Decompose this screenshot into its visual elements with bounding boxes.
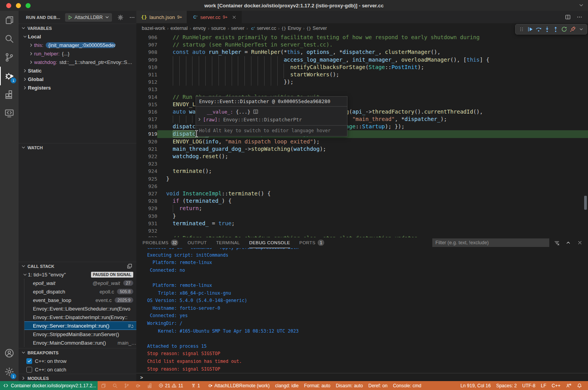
line-number[interactable]: 911 <box>136 71 157 78</box>
eol-status[interactable]: LF <box>538 381 549 390</box>
line-number[interactable]: 919 <box>136 130 157 138</box>
activity-extensions-icon[interactable] <box>0 85 19 104</box>
line-number[interactable]: 922 <box>136 153 157 160</box>
line-number[interactable]: 927 <box>136 190 157 197</box>
disasm-status[interactable]: Disasm: auto <box>333 381 366 390</box>
more-actions-icon[interactable] <box>129 14 135 21</box>
indentation-status[interactable]: Spaces: 2 <box>493 381 519 390</box>
activity-account-icon[interactable] <box>0 344 19 362</box>
panel-tab-terminal[interactable]: TERMINAL <box>216 237 240 248</box>
stack-frame[interactable]: Envoy::Server::InstanceImpl::run() <box>24 321 136 330</box>
chevron-down-icon[interactable] <box>578 2 584 8</box>
bell-icon[interactable] <box>574 381 585 390</box>
console-mode-status[interactable]: Console: cmd <box>390 381 424 390</box>
line-number[interactable]: 917 <box>136 116 157 123</box>
hover-raw-row[interactable]: [raw]: Envoy::Event::DispatcherPtr <box>196 116 347 123</box>
breakpoint-row[interactable]: C++: on catch <box>19 365 136 374</box>
clangd-status[interactable]: clangd: idle <box>272 381 301 390</box>
debug-configuration-select[interactable]: AttachLLDBR <box>65 13 112 22</box>
line-number[interactable]: 929 <box>136 205 157 212</box>
code-line-927[interactable]: 927 void InstanceImpl::terminate() { <box>136 190 588 197</box>
breadcrumb-item[interactable]: C+server.cc <box>250 26 276 31</box>
language-status[interactable]: C++ <box>549 381 563 390</box>
chevron-down-icon[interactable] <box>577 25 585 34</box>
breakpoint-row[interactable]: C++: on throw <box>19 357 136 365</box>
line-number[interactable]: 925 <box>136 175 157 183</box>
console-prompt[interactable]: > <box>140 374 143 381</box>
code-line-913[interactable]: 913 <box>136 86 588 93</box>
variable-row[interactable]: Static <box>19 66 136 75</box>
line-number[interactable]: 912 <box>136 78 157 86</box>
breakpoint-checkbox[interactable] <box>26 358 32 364</box>
ghost-extensions-icon[interactable] <box>144 381 156 390</box>
breadcrumb-item[interactable]: external <box>170 26 187 31</box>
maximize-panel-icon[interactable] <box>564 238 573 247</box>
activity-remote-icon[interactable] <box>0 104 19 123</box>
line-number[interactable]: 920 <box>136 138 157 145</box>
code-line-921[interactable]: 921 main_thread_guard_dog_->stopWatching… <box>136 145 588 153</box>
tab-server-cc[interactable]: C+ server.cc 9+ <box>187 11 242 23</box>
clear-console-icon[interactable] <box>552 238 561 247</box>
debug-config-status[interactable]: AttachLLDBRemote (work) <box>205 381 273 390</box>
line-number[interactable]: 918 <box>136 123 157 130</box>
code-line-925[interactable]: 925 } <box>136 175 588 183</box>
restart-button[interactable] <box>560 25 568 34</box>
thread-row[interactable]: 1: tid=15 "envoy" PAUSED ON SIGNAL <box>19 270 136 279</box>
hover-value-row[interactable]: __value_: {...} 0110 <box>196 108 347 116</box>
line-number[interactable]: 924 <box>136 167 157 175</box>
section-header-breakpoints[interactable]: BREAKPOINTS <box>19 348 136 357</box>
code-line-909[interactable]: 909 access_log_manager_, init_manager_, … <box>136 56 588 64</box>
stack-frame[interactable]: event_base_loopevent.c2025:9 <box>24 296 136 304</box>
line-number[interactable]: 915 <box>136 101 157 108</box>
line-number[interactable]: 906 <box>136 34 157 41</box>
continue-button[interactable] <box>526 25 534 34</box>
code-line-930[interactable]: 930 } <box>136 212 588 220</box>
code-line-932[interactable]: 932 <box>136 227 588 235</box>
line-number[interactable]: 931 <box>136 220 157 227</box>
debug-console[interactable]: console is on -commands 'Apply prefix ex… <box>136 248 588 381</box>
section-header-watch[interactable]: WATCH <box>19 143 136 152</box>
variable-row[interactable]: Global <box>19 75 136 83</box>
step-out-button[interactable] <box>551 25 560 34</box>
binary-icon[interactable]: 0110 <box>253 109 258 114</box>
line-number[interactable]: 916 <box>136 108 157 116</box>
panel-tab-ports[interactable]: PORTS 1 <box>299 237 324 248</box>
ghost-source-control-icon[interactable] <box>121 381 132 390</box>
line-number[interactable]: 932 <box>136 227 157 235</box>
variable-row[interactable]: Local <box>19 32 136 41</box>
code-line-923[interactable]: 923 <box>136 160 588 167</box>
disconnect-button[interactable] <box>568 25 577 34</box>
close-icon[interactable] <box>232 15 237 20</box>
breadcrumb-item[interactable]: {}Server <box>306 26 327 31</box>
line-number[interactable]: 930 <box>136 212 157 220</box>
activity-files-icon[interactable] <box>0 11 19 29</box>
variable-row[interactable]: Registers <box>19 83 136 92</box>
section-header-call-stack[interactable]: CALL STACK <box>19 262 136 270</box>
line-number[interactable]: 921 <box>136 145 157 153</box>
step-over-button[interactable] <box>534 25 543 34</box>
line-number[interactable]: 928 <box>136 197 157 205</box>
ghost-files-icon[interactable] <box>98 381 109 390</box>
line-number[interactable]: 907 <box>136 41 157 48</box>
stack-frame[interactable]: epoll_wait@epoll_wait27 <box>24 279 136 287</box>
console-filter-input[interactable] <box>432 238 549 247</box>
code-line-929[interactable]: 929 return; <box>136 205 588 212</box>
code-line-912[interactable]: 912 }); <box>136 78 588 86</box>
gear-icon[interactable] <box>117 14 124 21</box>
variable-row[interactable]: watchdog:std::__1::shared_ptr<Envoy::S… <box>19 58 136 66</box>
toolbar-grip[interactable] <box>517 25 526 34</box>
breadcrumb-item[interactable]: source <box>211 26 226 31</box>
code-line-907[interactable]: 907 // startup (see RunHelperTest in ser… <box>136 41 588 48</box>
activity-debug-icon[interactable]: 1 <box>0 67 19 85</box>
line-number[interactable]: 933 <box>136 235 157 237</box>
cursor-position-status[interactable]: Ln 919, Col 16 <box>458 381 493 390</box>
feedback-icon[interactable] <box>563 381 574 390</box>
line-number[interactable]: 909 <box>136 56 157 64</box>
scrollbar-thumb[interactable] <box>584 196 587 210</box>
code-line-906[interactable]: 906 // RunHelper exists primarily to fac… <box>136 34 588 41</box>
problems-status[interactable]: 21 11 <box>156 381 186 390</box>
breadcrumb-item[interactable]: bazel-work <box>142 26 165 31</box>
breadcrumb-item[interactable]: server <box>231 26 245 31</box>
code-line-910[interactable]: 910 notifyCallbacksForStage(Stage::PostI… <box>136 64 588 71</box>
line-number[interactable]: 913 <box>136 86 157 93</box>
